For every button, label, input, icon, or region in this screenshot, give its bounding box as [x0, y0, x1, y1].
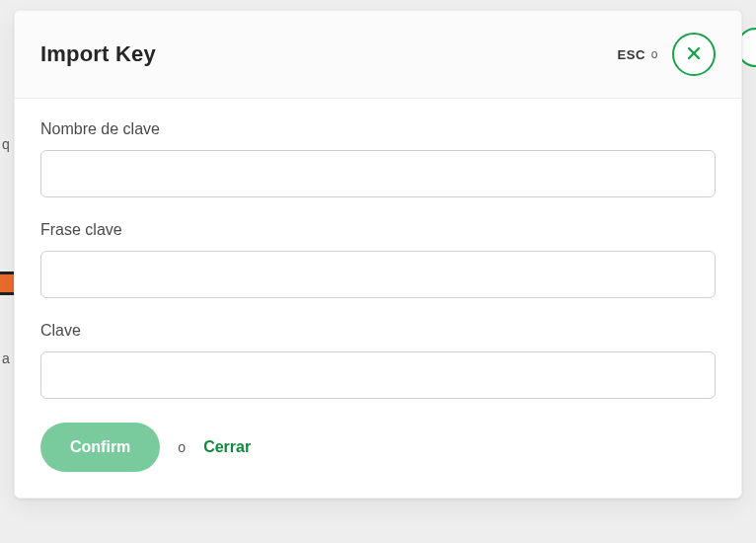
- modal-title: Import Key: [40, 41, 156, 67]
- key-input[interactable]: [40, 351, 716, 399]
- key-name-label: Nombre de clave: [40, 120, 716, 138]
- close-button[interactable]: [672, 33, 716, 76]
- bg-letter-a: a: [2, 350, 10, 366]
- modal-actions: Confirm o Cerrar: [40, 423, 716, 472]
- esc-label: ESC: [618, 47, 645, 62]
- field-passphrase: Frase clave: [40, 221, 716, 298]
- header-right: ESC o: [618, 33, 716, 76]
- actions-or: o: [178, 439, 186, 455]
- esc-or: o: [651, 47, 658, 61]
- close-icon: [687, 46, 701, 63]
- import-key-modal: Import Key ESC o Nombre de clave Fras: [14, 10, 742, 499]
- passphrase-label: Frase clave: [40, 221, 716, 239]
- passphrase-input[interactable]: [40, 251, 716, 298]
- field-key-name: Nombre de clave: [40, 120, 716, 197]
- key-name-input[interactable]: [40, 150, 716, 197]
- key-label: Clave: [40, 322, 716, 340]
- modal-body: Nombre de clave Frase clave Clave Confir…: [15, 99, 741, 498]
- bg-letter-q: q: [2, 136, 10, 152]
- confirm-button[interactable]: Confirm: [40, 423, 160, 472]
- close-link[interactable]: Cerrar: [203, 438, 251, 456]
- bg-orange-block: [0, 272, 14, 295]
- esc-hint: ESC o: [618, 47, 658, 62]
- field-key: Clave: [40, 322, 716, 399]
- modal-header: Import Key ESC o: [15, 11, 741, 99]
